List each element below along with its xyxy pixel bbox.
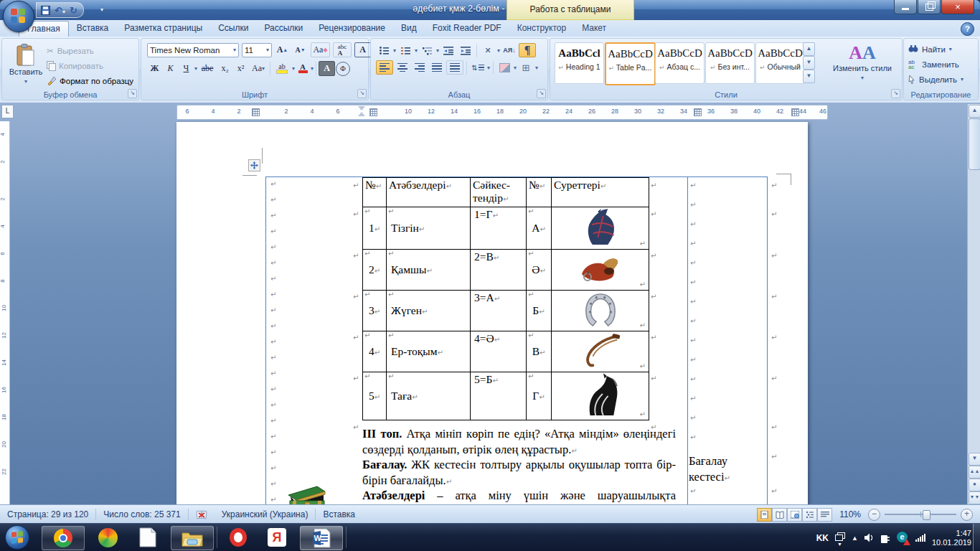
table-header-2[interactable]: Атәбзелдері↵ bbox=[387, 178, 471, 207]
cell-term[interactable]: ↵Жүген↵ bbox=[387, 291, 471, 331]
vertical-scrollbar[interactable]: ▲ ▼ ▲▲ ● ▼▼ bbox=[967, 104, 980, 504]
document-text[interactable]: ІІІ топ. Атқа мініп көріп пе едің? «Атқа… bbox=[362, 426, 676, 504]
table-column-marker[interactable] bbox=[791, 108, 799, 116]
cell-match[interactable]: 1=Г↵ bbox=[471, 207, 527, 250]
tab-vid[interactable]: Вид bbox=[393, 20, 425, 37]
office-button[interactable] bbox=[3, 1, 34, 32]
yandex-taskbar-button[interactable]: Я bbox=[261, 526, 293, 549]
tab-razmetka[interactable]: Разметка страницы bbox=[116, 20, 210, 37]
sort-button[interactable]: АЯ↓ bbox=[501, 44, 517, 57]
paragraph-dialog-launcher[interactable]: ↘ bbox=[537, 89, 546, 98]
subscript-button[interactable]: x₂ bbox=[217, 62, 232, 75]
font-color-button[interactable]: A bbox=[296, 62, 310, 75]
cell-match[interactable]: 3=А↵ bbox=[471, 291, 527, 331]
minimize-button[interactable] bbox=[894, 0, 917, 14]
table-column-marker[interactable] bbox=[369, 108, 377, 116]
zoom-slider[interactable] bbox=[885, 514, 956, 515]
bold-button[interactable]: Ж bbox=[147, 62, 162, 75]
cell-match[interactable]: 2=В↵ bbox=[471, 250, 527, 291]
fullscreen-reading-view-button[interactable] bbox=[772, 508, 787, 522]
print-layout-view-button[interactable] bbox=[757, 508, 772, 522]
justify-button[interactable] bbox=[429, 61, 445, 74]
power-plug-icon[interactable] bbox=[880, 533, 890, 543]
italic-button[interactable]: К bbox=[163, 62, 178, 75]
table-header-4[interactable]: №↵ bbox=[527, 178, 552, 207]
help-button[interactable]: ? bbox=[961, 22, 974, 36]
replace-button[interactable]: abac Заменить bbox=[908, 57, 963, 72]
grow-font-button[interactable]: A▲ bbox=[275, 43, 290, 57]
enclose-characters-button[interactable]: Ф bbox=[336, 62, 350, 76]
underline-button[interactable]: Ч bbox=[179, 62, 194, 75]
tab-maket[interactable]: Макет bbox=[574, 20, 614, 37]
character-border-button[interactable]: A bbox=[354, 42, 371, 57]
copy-button[interactable]: Копировать bbox=[47, 58, 133, 73]
restore-button[interactable] bbox=[918, 0, 941, 14]
cell-term[interactable]: ↵Тізгін↵ bbox=[387, 207, 471, 250]
cell-term[interactable]: ↵Ер-тоқым↵ bbox=[387, 331, 471, 372]
table-header-3[interactable]: Сәйкес- тендір↵ bbox=[471, 178, 527, 207]
styles-scroll-down[interactable]: ▼ bbox=[803, 56, 815, 70]
tab-konstruktor[interactable]: Конструктор bbox=[509, 20, 574, 37]
table-move-handle[interactable] bbox=[248, 159, 260, 171]
table-column-marker[interactable] bbox=[694, 108, 702, 116]
phonetic-guide-button[interactable]: abcA bbox=[333, 42, 352, 57]
matching-table[interactable]: №↵Атәбзелдері↵Сәйкес- тендір↵№↵Суреттері… bbox=[362, 177, 649, 420]
cell-picture[interactable]: ↵ bbox=[552, 372, 649, 420]
qat-customize-icon[interactable]: ▾ bbox=[100, 6, 103, 13]
distribute-button[interactable] bbox=[446, 60, 463, 75]
tab-ssylki[interactable]: Ссылки bbox=[210, 20, 256, 37]
show-marks-button[interactable]: ¶ bbox=[519, 43, 536, 57]
horizontal-ruler[interactable]: 6422461012141618202224262830323436384042… bbox=[176, 105, 828, 120]
zoom-in-button[interactable]: + bbox=[961, 509, 973, 521]
network-signal-icon[interactable] bbox=[915, 534, 925, 542]
find-button[interactable]: Найти▾ bbox=[908, 42, 963, 57]
draft-view-button[interactable] bbox=[817, 508, 832, 522]
font-dialog-launcher[interactable]: ↘ bbox=[357, 89, 367, 98]
line-spacing-button[interactable]: ⇅ bbox=[470, 61, 486, 74]
cell-picture[interactable]: ↵ bbox=[552, 291, 649, 331]
vertical-ruler[interactable]: 42246810121416182022 bbox=[0, 121, 10, 504]
align-center-button[interactable] bbox=[395, 61, 410, 74]
style-chip-3[interactable]: AaBbCcD↵ Абзац с... bbox=[655, 42, 705, 84]
tab-rassylki[interactable]: Рассылки bbox=[256, 20, 311, 37]
asian-layout-button[interactable]: ✕ bbox=[480, 44, 496, 57]
borders-button[interactable]: ⊞ bbox=[518, 61, 534, 74]
tab-vstavka[interactable]: Вставка bbox=[69, 20, 117, 37]
tab-foxit[interactable]: Foxit Reader PDF bbox=[425, 20, 509, 37]
scroll-up-icon[interactable]: ▲ bbox=[969, 105, 980, 118]
insert-mode-indicator[interactable]: Вставка bbox=[316, 508, 362, 521]
increase-indent-button[interactable] bbox=[458, 44, 473, 57]
volume-icon[interactable] bbox=[864, 533, 874, 542]
cell-number[interactable]: ↵3↵ bbox=[363, 291, 387, 331]
cell-picture[interactable]: ↵ bbox=[552, 250, 649, 291]
change-case-button[interactable]: Aa▾ bbox=[249, 62, 268, 75]
table-column-marker[interactable] bbox=[252, 108, 260, 116]
cell-number[interactable]: ↵4↵ bbox=[363, 331, 387, 372]
cell-number[interactable]: ↵2↵ bbox=[363, 250, 387, 291]
styles-scroll-up[interactable]: ▲ bbox=[803, 42, 815, 56]
cell-match[interactable]: 4=Ә↵ bbox=[471, 331, 527, 372]
table-header-1[interactable]: №↵ bbox=[363, 178, 387, 207]
tab-recenzirovanie[interactable]: Рецензирование bbox=[311, 20, 393, 37]
outline-view-button[interactable] bbox=[802, 508, 817, 522]
cell-letter[interactable]: ↵Б↵ bbox=[527, 291, 552, 331]
table-header-5[interactable]: Суреттері↵ bbox=[552, 178, 649, 207]
superscript-button[interactable]: x² bbox=[233, 62, 248, 75]
page-indicator[interactable]: Страница: 29 из 120 bbox=[0, 508, 95, 521]
document-taskbar-button[interactable] bbox=[133, 526, 162, 549]
font-family-combo[interactable]: Times New Roman▾ bbox=[147, 43, 239, 57]
language-indicator[interactable]: Украинский (Украина) bbox=[215, 508, 316, 521]
zoom-level[interactable]: 110% bbox=[832, 508, 868, 521]
font-size-combo[interactable]: 11▾ bbox=[242, 43, 272, 57]
shrink-font-button[interactable]: A▼ bbox=[293, 43, 308, 57]
zoom-out-button[interactable]: − bbox=[868, 509, 880, 521]
paste-button[interactable]: Вставить▾ bbox=[8, 42, 44, 96]
show-hidden-icons-button[interactable]: ▲ bbox=[852, 534, 858, 542]
scrollbar-thumb[interactable] bbox=[969, 118, 980, 170]
cell-picture[interactable]: ↵ bbox=[552, 331, 649, 372]
style-chip-2[interactable]: AaBbCcD↵ Table Pa... bbox=[605, 42, 656, 85]
numbering-button[interactable] bbox=[397, 44, 413, 57]
decrease-indent-button[interactable] bbox=[440, 44, 456, 57]
align-left-button[interactable] bbox=[376, 60, 393, 75]
keyboard-layout-icon[interactable]: ▼ bbox=[835, 532, 845, 544]
